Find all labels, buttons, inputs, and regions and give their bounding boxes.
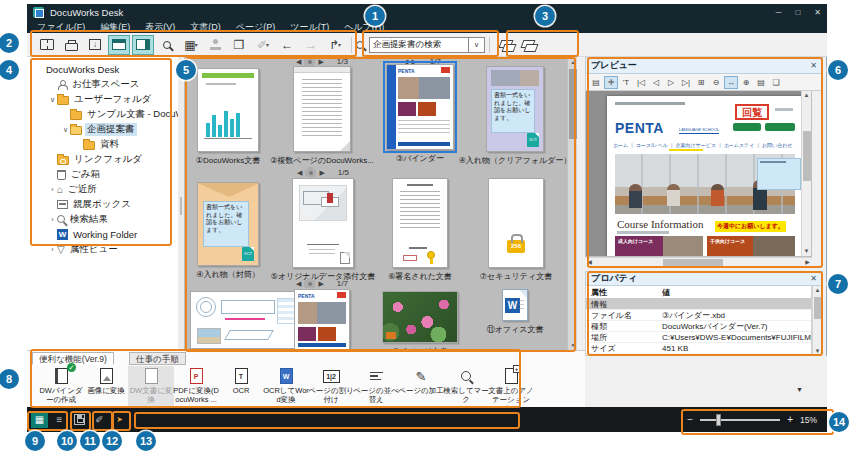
menu-item-0[interactable]: ファイル(F) bbox=[37, 23, 85, 32]
preview-page[interactable]: 回覧 PENTA LANGUAGE SCHOOL ホーム ｜ コース/レベル ｜… bbox=[607, 96, 803, 257]
single-page-button[interactable]: ▤ bbox=[754, 76, 768, 89]
document-thumbnail-signed-doc[interactable] bbox=[392, 178, 448, 268]
menu-item-3[interactable]: 文書(D) bbox=[190, 23, 221, 32]
dropdown-arrow-icon[interactable]: ▾ bbox=[195, 41, 198, 48]
property-row-1[interactable]: ファイル名③バインダー.xbd bbox=[586, 310, 811, 321]
canvas-scrollbar[interactable]: ▲ ▼ bbox=[567, 57, 577, 350]
document-thumbnail-multi-doc[interactable] bbox=[293, 66, 351, 152]
prev-page-icon[interactable]: ◀ bbox=[296, 58, 301, 66]
copy-page-button[interactable]: ❐ bbox=[228, 35, 250, 55]
unbundle-button[interactable]: ▾ bbox=[519, 35, 541, 55]
page-flip-control[interactable]: ◀▶1/5 bbox=[297, 168, 349, 177]
sidebar-item-9[interactable]: 親展ボックス bbox=[35, 197, 178, 212]
dropdown-arrow-icon[interactable]: ▾ bbox=[266, 41, 269, 48]
sidebar-item-3[interactable]: サンプル文書 - DocuWorks 9.1 bbox=[35, 107, 178, 122]
fit-width-button[interactable]: ↔ bbox=[724, 76, 738, 89]
prev-page-button[interactable]: ◁ bbox=[649, 76, 663, 89]
toggle-preview-pane-button[interactable] bbox=[132, 35, 154, 55]
list-view-button[interactable]: ≡ bbox=[51, 411, 68, 428]
properties-close-icon[interactable]: ✕ bbox=[810, 274, 817, 283]
thumbnail-grid-button[interactable]: ▦▾ bbox=[180, 35, 202, 55]
sidebar-item-0[interactable]: DocuWorks Desk bbox=[35, 62, 178, 77]
menu-item-1[interactable]: 編集(E) bbox=[100, 23, 130, 32]
document-thumbnail-photo[interactable] bbox=[382, 291, 458, 343]
workbar-tab-1[interactable]: 仕事の手順 bbox=[129, 352, 186, 365]
page-list-button[interactable]: ▤ bbox=[589, 76, 603, 89]
copy-button[interactable]: ❏ bbox=[769, 76, 783, 89]
sidebar-item-7[interactable]: ごみ箱 bbox=[35, 167, 178, 182]
next-page-icon[interactable]: ▶ bbox=[318, 58, 323, 66]
sidebar-item-12[interactable]: ›▽属性ビュー bbox=[35, 242, 178, 257]
tree-expander-icon[interactable]: ∨ bbox=[61, 126, 70, 134]
preview-hscrollbar[interactable]: ◀▶ bbox=[585, 257, 812, 266]
properties-scrollbar[interactable]: ▲▼ bbox=[812, 286, 823, 356]
sidebar-item-11[interactable]: WWorking Folder bbox=[35, 227, 178, 242]
tree-expander-icon[interactable]: ∨ bbox=[48, 96, 57, 104]
preview-vscrollbar[interactable]: ▲▼ bbox=[801, 91, 811, 256]
document-thumbnail-envelope[interactable]: 書類一式をいれました。確認をお願いします。XCT bbox=[197, 182, 259, 266]
zoom-out-button[interactable]: − bbox=[687, 414, 693, 425]
preview-close-icon[interactable]: ✕ bbox=[810, 61, 817, 70]
workbar-tool-to-pdf[interactable]: PPDFに変換(DocuWorks ... bbox=[173, 366, 219, 407]
save-desk-button[interactable] bbox=[71, 411, 88, 428]
prev-page-icon[interactable]: ◀ bbox=[297, 169, 302, 177]
last-page-button[interactable]: ▷| bbox=[679, 76, 693, 89]
zoom-slider[interactable] bbox=[700, 419, 780, 421]
sign-stamp-button[interactable]: ✐▾ bbox=[252, 35, 274, 55]
import-button[interactable] bbox=[84, 35, 106, 55]
sidebar-item-5[interactable]: 資料 bbox=[35, 137, 178, 152]
prev-page-icon[interactable]: ◀ bbox=[296, 280, 301, 288]
workbar-tool-ocr-word[interactable]: WOCRしてWord変換 bbox=[263, 366, 309, 407]
sidebar-item-8[interactable]: ›⌂ご近所 bbox=[35, 182, 178, 197]
undo-button[interactable]: ↱▾ bbox=[324, 35, 346, 55]
workbar-tool-search-mark[interactable]: 検索してマーク bbox=[443, 366, 489, 407]
stamp-button[interactable] bbox=[204, 35, 226, 55]
first-page-button[interactable]: |◁ bbox=[634, 76, 648, 89]
sidebar-item-4[interactable]: ∨企画提案書 bbox=[35, 122, 178, 137]
tree-expander-icon[interactable]: › bbox=[48, 246, 57, 253]
workbar-tool-page-sort[interactable]: ページの並べ替え bbox=[353, 366, 399, 407]
dropdown-arrow-icon[interactable]: ▾ bbox=[338, 41, 341, 48]
open-spread-button[interactable] bbox=[36, 35, 58, 55]
hand-tool-button[interactable]: ✛ bbox=[604, 76, 618, 89]
workbar-tool-annotation[interactable]: +文書上のアノテーションを... bbox=[488, 366, 534, 407]
close-button[interactable]: ✕ bbox=[814, 9, 821, 17]
workbar-tool-binder-create[interactable]: ✓DWバインダーの作成 bbox=[38, 366, 84, 407]
tree-expander-icon[interactable]: › bbox=[48, 186, 57, 193]
quick-access-button[interactable]: ➤ bbox=[111, 411, 128, 428]
zoom-in-button[interactable]: ⊕ bbox=[739, 76, 753, 89]
document-thumbnail-clear-folder[interactable]: 書類一式をいれました。確認をお願いします。XCT bbox=[486, 66, 544, 152]
bundle-button[interactable] bbox=[495, 35, 517, 55]
workbar-tool-to-image[interactable]: 画像に変換 bbox=[83, 366, 129, 407]
workbar-collapse-icon[interactable]: ▼ bbox=[796, 386, 803, 393]
document-thumbnail-office-doc[interactable]: W bbox=[502, 289, 528, 321]
sidebar-item-2[interactable]: ∨ユーザーフォルダ bbox=[35, 92, 178, 107]
text-select-button[interactable]: 'T bbox=[619, 76, 633, 89]
tree-expander-icon[interactable]: › bbox=[48, 216, 57, 223]
next-page-icon[interactable]: ▶ bbox=[318, 280, 323, 288]
property-row-4[interactable]: サイズ451 KB bbox=[586, 343, 811, 354]
workbar-tool-page-edit[interactable]: ✎ページの加工 bbox=[398, 366, 444, 407]
menu-item-4[interactable]: ページ(P) bbox=[236, 23, 275, 32]
edit-disabled-button[interactable]: ✐ bbox=[91, 411, 108, 428]
page-flip-control[interactable]: ◀▶1/3 bbox=[296, 57, 348, 66]
workbar-tool-to-dw[interactable]: DW文書に変換 bbox=[128, 366, 174, 407]
maximize-button[interactable]: □ bbox=[795, 9, 800, 17]
sidebar-item-1[interactable]: お仕事スペース bbox=[35, 77, 178, 92]
sidebar-item-6[interactable]: リンクフォルダ bbox=[35, 152, 178, 167]
document-thumbnail-attach-doc[interactable] bbox=[292, 178, 354, 268]
property-row-3[interactable]: 場所C:¥Users¥DWS-E¥Documents¥FUJIFILM¥... bbox=[586, 332, 811, 343]
document-thumbnail-cad-doc[interactable] bbox=[190, 291, 304, 349]
workbar-tool-ocr[interactable]: TOCR bbox=[218, 366, 264, 407]
attachment-button[interactable]: ⊞ bbox=[694, 76, 708, 89]
sidebar-item-10[interactable]: ›検索結果 bbox=[35, 212, 178, 227]
search-input[interactable] bbox=[369, 37, 469, 53]
zoom-slider-thumb[interactable] bbox=[716, 414, 721, 426]
workbar-tool-page-layout[interactable]: 1|2ページの割り付け bbox=[308, 366, 354, 407]
forward-button[interactable]: → bbox=[300, 35, 322, 55]
zoom-out-button[interactable]: ⊖ bbox=[709, 76, 723, 89]
minimize-button[interactable]: ─ bbox=[776, 9, 782, 17]
back-button[interactable]: ← bbox=[276, 35, 298, 55]
property-row-2[interactable]: 種類DocuWorksバインダー(Ver.7) bbox=[586, 321, 811, 332]
document-thumbnail-security-doc[interactable]: 256 bbox=[488, 178, 544, 268]
